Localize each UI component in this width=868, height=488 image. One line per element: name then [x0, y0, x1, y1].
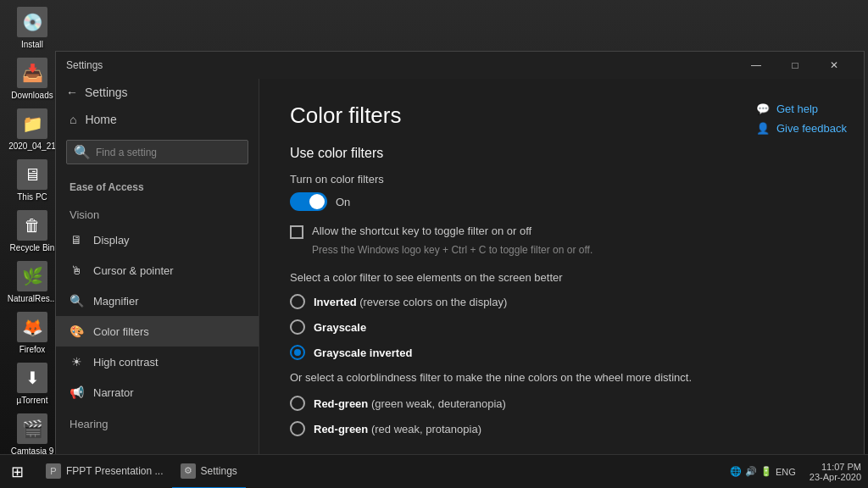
tray-language: ENG — [776, 467, 796, 477]
close-button[interactable]: ✕ — [815, 52, 854, 79]
radio-redgreen-protanopia-label: Red-green (red weak, protanopia) — [314, 423, 481, 435]
select-prompt: Select a color filter to see elements on… — [290, 271, 833, 284]
magnifier-icon: 🔍 — [70, 294, 83, 308]
radio-inverted-label: Inverted (reverse colors on the display) — [314, 296, 507, 308]
get-help-link[interactable]: 💬 Get help — [756, 103, 847, 115]
desktop-icon-thispc[interactable]: 🖥 This PC — [7, 159, 58, 202]
clock-time: 11:07 PM — [821, 462, 861, 472]
search-input[interactable] — [96, 147, 241, 158]
taskbar-item-fppt[interactable]: P FPPT Presentation ... — [37, 455, 172, 489]
fppt-label: FPPT Presentation ... — [66, 465, 164, 477]
toggle-row: On — [290, 192, 833, 211]
radio-grayscale-inverted: Grayscale inverted — [290, 345, 833, 360]
settings-window: Settings — □ ✕ ← Settings ⌂ Home 🔍 — [55, 51, 865, 466]
section-title: Use color filters — [290, 146, 833, 161]
radio-redgreen-protanopia-button[interactable] — [290, 421, 305, 436]
vision-header: Vision — [56, 198, 259, 225]
radio-inverted: Inverted (reverse colors on the display) — [290, 294, 833, 309]
sidebar-section-title: Ease of Access — [56, 171, 259, 198]
radio-inner-dot — [294, 349, 301, 356]
sidebar-item-highcontrast[interactable]: ☀ High contrast — [56, 347, 259, 377]
fppt-icon: P — [46, 463, 61, 479]
magnifier-label: Magnifier — [93, 295, 138, 308]
search-box[interactable]: 🔍 — [66, 140, 248, 164]
settings-icon: ⚙ — [181, 463, 196, 479]
radio-grayscale-inverted-button[interactable] — [290, 345, 305, 360]
home-icon: ⌂ — [70, 113, 76, 126]
shortcut-checkbox[interactable] — [290, 225, 303, 239]
taskbar: ⊞ P FPPT Presentation ... ⚙ Settings 🌐 🔊… — [0, 454, 868, 488]
home-label: Home — [85, 113, 116, 126]
clock-date: 23-Apr-2020 — [810, 472, 861, 482]
shortcut-checkbox-row: Allow the shortcut key to toggle filter … — [290, 225, 833, 239]
sidebar-item-colorfilters[interactable]: 🎨 Color filters — [56, 316, 259, 347]
desktop-icon-folder[interactable]: 📁 2020_04_21 — [7, 108, 58, 151]
minimize-button[interactable]: — — [737, 52, 776, 79]
radio-grayscale-button[interactable] — [290, 319, 305, 335]
colorfilters-label: Color filters — [93, 325, 149, 338]
sidebar-item-narrator[interactable]: 📢 Narrator — [56, 377, 259, 408]
toggle-state-label: On — [336, 196, 350, 208]
desktop-icon-naturalres[interactable]: 🌿 NaturalRes... — [7, 261, 58, 303]
tray-network-icon: 🌐 — [730, 466, 742, 477]
desktop-icon-utorrent[interactable]: ⬇ µTorrent — [7, 363, 58, 405]
give-feedback-icon: 👤 — [756, 122, 770, 135]
settings-taskbar-label: Settings — [201, 465, 237, 477]
highcontrast-icon: ☀ — [70, 355, 83, 369]
radio-redgreen-weak: Red-green (green weak, deuteranopia) — [290, 396, 833, 411]
taskbar-item-settings[interactable]: ⚙ Settings — [172, 455, 246, 489]
sidebar-home-item[interactable]: ⌂ Home — [56, 106, 259, 133]
sidebar-item-magnifier[interactable]: 🔍 Magnifier — [56, 286, 259, 316]
display-label: Display — [93, 234, 130, 247]
settings-sidebar: ← Settings ⌂ Home 🔍 Ease of Access Visio… — [56, 79, 259, 465]
radio-inverted-button[interactable] — [290, 294, 305, 309]
sidebar-title: Settings — [85, 86, 128, 99]
desktop-icon-downloads[interactable]: 📥 Downloads — [7, 58, 58, 100]
give-feedback-link[interactable]: 👤 Give feedback — [756, 122, 847, 135]
toggle-label: Turn on color filters — [290, 173, 833, 186]
window-controls: — □ ✕ — [737, 52, 854, 79]
taskbar-items: P FPPT Presentation ... ⚙ Settings — [34, 455, 730, 489]
window-title: Settings — [66, 59, 737, 71]
back-arrow-icon: ← — [66, 86, 78, 99]
radio-redgreen-weak-label: Red-green (green weak, deuteranopia) — [314, 397, 506, 410]
radio-grayscale-label: Grayscale — [314, 321, 366, 334]
help-panel: 💬 Get help 👤 Give feedback — [756, 103, 847, 135]
desktop-icon-install[interactable]: 💿 Install — [7, 7, 58, 49]
give-feedback-label: Give feedback — [776, 122, 847, 135]
sidebar-back-button[interactable]: ← Settings — [56, 79, 259, 106]
radio-grayscale-inverted-label: Grayscale inverted — [314, 347, 412, 359]
shortcut-hint: Press the Windows logo key + Ctrl + C to… — [290, 244, 833, 256]
colorfilters-icon: 🎨 — [70, 324, 83, 338]
taskbar-tray: 🌐 🔊 🔋 ENG — [730, 466, 803, 477]
hearing-header: Hearing — [56, 408, 259, 434]
display-icon: 🖥 — [70, 233, 83, 247]
narrator-icon: 📢 — [70, 385, 83, 399]
search-icon: 🔍 — [74, 144, 91, 160]
radio-redgreen-protanopia: Red-green (red weak, protanopia) — [290, 421, 833, 436]
desktop-icon-camtasia[interactable]: 🎬 Camtasia 9 — [7, 413, 58, 456]
cursor-icon: 🖱 — [70, 263, 83, 277]
tray-volume-icon: 🔊 — [745, 466, 757, 477]
sidebar-item-cursor[interactable]: 🖱 Cursor & pointer — [56, 255, 259, 286]
shortcut-checkbox-label: Allow the shortcut key to toggle filter … — [312, 225, 531, 237]
get-help-icon: 💬 — [756, 103, 770, 115]
start-icon: ⊞ — [11, 463, 24, 481]
desktop: 💿 Install 📥 Downloads 📁 2020_04_21 🖥 Thi… — [0, 0, 868, 488]
start-button[interactable]: ⊞ — [0, 455, 34, 489]
desktop-icon-firefox[interactable]: 🦊 Firefox — [7, 312, 58, 354]
desktop-icon-recyclebin[interactable]: 🗑 Recycle Bin — [7, 210, 58, 252]
sidebar-item-display[interactable]: 🖥 Display — [56, 225, 259, 255]
color-filter-toggle[interactable] — [290, 192, 327, 211]
main-content: Color filters Use color filters Turn on … — [259, 79, 864, 465]
maximize-button[interactable]: □ — [776, 52, 815, 79]
cursor-label: Cursor & pointer — [93, 264, 174, 277]
toggle-knob — [309, 194, 325, 209]
taskbar-clock[interactable]: 11:07 PM 23-Apr-2020 — [803, 462, 868, 482]
window-titlebar: Settings — □ ✕ — [56, 52, 864, 79]
radio-redgreen-weak-button[interactable] — [290, 396, 305, 411]
page-title: Color filters — [290, 103, 833, 129]
window-body: ← Settings ⌂ Home 🔍 Ease of Access Visio… — [56, 79, 864, 465]
get-help-label: Get help — [776, 103, 818, 115]
tray-battery-icon: 🔋 — [760, 466, 772, 477]
